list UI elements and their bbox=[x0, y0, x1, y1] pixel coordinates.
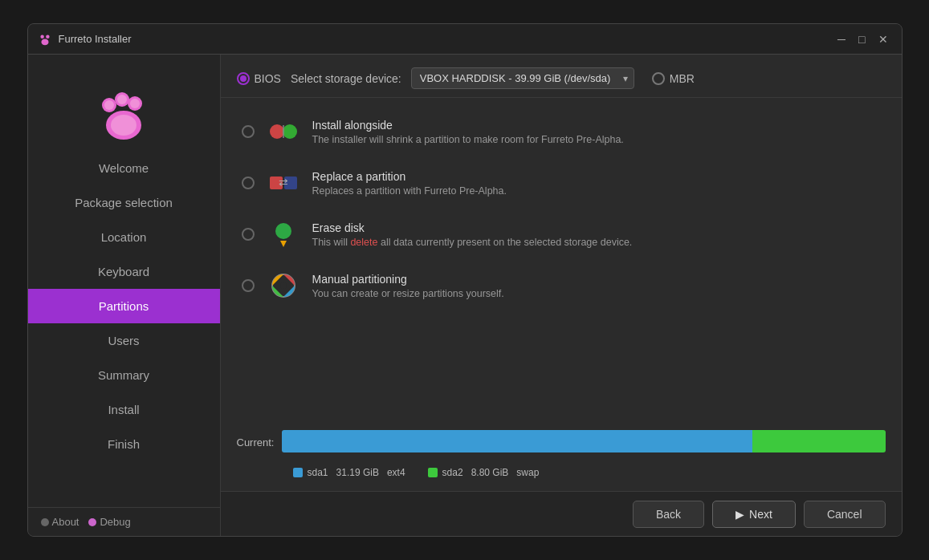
disk-bar-sda2 bbox=[752, 430, 885, 452]
replace-partition-text: Replace a partition Replaces a partition… bbox=[312, 170, 881, 197]
content-area: BIOS Select storage device: VBOX HARDDIS… bbox=[221, 55, 902, 536]
titlebar-controls: ─ □ ✕ bbox=[833, 31, 891, 47]
sda2-dot bbox=[428, 468, 438, 477]
next-label: Next bbox=[749, 508, 772, 521]
svg-point-1 bbox=[46, 34, 50, 39]
sda1-size: 31.19 GiB bbox=[336, 467, 379, 478]
replace-partition-radio[interactable] bbox=[242, 177, 255, 189]
footer-bar: Back ▶ Next Cancel bbox=[221, 491, 902, 536]
about-button[interactable]: About bbox=[41, 516, 79, 528]
svg-marker-17 bbox=[280, 241, 287, 247]
sidebar-item-finish[interactable]: Finish bbox=[28, 427, 220, 461]
erase-disk-delete-word: delete bbox=[350, 237, 377, 248]
sidebar-nav: Welcome Package selection Location Keybo… bbox=[28, 151, 220, 507]
titlebar-left: Furreto Installer bbox=[38, 32, 132, 47]
legend-sda2: sda2 8.80 GiB swap bbox=[428, 467, 540, 478]
manual-partitioning-icon bbox=[266, 268, 301, 303]
sidebar-item-keyboard[interactable]: Keyboard bbox=[28, 254, 220, 289]
install-alongside-title: Install alongside bbox=[312, 119, 881, 132]
legend-sda1: sda1 31.19 GiB ext4 bbox=[293, 467, 405, 478]
sidebar-item-location[interactable]: Location bbox=[28, 220, 220, 254]
erase-disk-icon bbox=[266, 217, 301, 252]
about-dot bbox=[41, 518, 49, 526]
manual-partitioning-radio[interactable] bbox=[242, 279, 255, 292]
disk-bar-sda1 bbox=[282, 430, 752, 452]
erase-disk-text: Erase disk This will delete all data cur… bbox=[312, 221, 881, 248]
svg-point-8 bbox=[104, 100, 114, 110]
sda2-type: swap bbox=[516, 467, 539, 478]
installer-window: Furreto Installer ─ □ ✕ bbox=[27, 23, 903, 537]
sda1-dot bbox=[293, 468, 303, 477]
bios-radio-circle bbox=[237, 72, 250, 85]
erase-disk-option[interactable]: Erase disk This will delete all data cur… bbox=[237, 209, 886, 260]
replace-partition-icon: ⇄ bbox=[266, 165, 301, 201]
svg-point-12 bbox=[283, 124, 297, 139]
sda1-type: ext4 bbox=[387, 467, 405, 478]
sidebar-item-partitions[interactable]: Partitions bbox=[28, 289, 220, 323]
erase-disk-desc: This will delete all data currently pres… bbox=[312, 237, 881, 248]
svg-point-16 bbox=[275, 223, 291, 239]
sda1-name: sda1 bbox=[308, 467, 328, 478]
logo-image bbox=[92, 69, 156, 141]
install-alongside-option[interactable]: Install alongside The installer will shr… bbox=[237, 106, 886, 157]
svg-point-0 bbox=[40, 34, 44, 39]
svg-text:⇄: ⇄ bbox=[279, 176, 288, 189]
select-device-label: Select storage device: bbox=[291, 72, 401, 85]
bios-radio-group: BIOS bbox=[237, 72, 281, 85]
manual-partitioning-title: Manual partitioning bbox=[312, 273, 881, 286]
bios-label: BIOS bbox=[255, 72, 281, 85]
cancel-button[interactable]: Cancel bbox=[804, 501, 886, 528]
partition-options: Install alongside The installer will shr… bbox=[221, 98, 902, 422]
current-label: Current: bbox=[237, 436, 275, 448]
sda2-size: 8.80 GiB bbox=[471, 467, 509, 478]
main-content: Welcome Package selection Location Keybo… bbox=[28, 55, 902, 536]
svg-point-11 bbox=[270, 124, 284, 139]
titlebar: Furreto Installer ─ □ ✕ bbox=[28, 24, 902, 55]
erase-disk-title: Erase disk bbox=[312, 221, 881, 234]
manual-partitioning-option[interactable]: Manual partitioning You can create or re… bbox=[237, 260, 886, 311]
storage-device-select[interactable]: VBOX HARDDISK - 39.99 GiB (/dev/sda) bbox=[411, 67, 634, 89]
svg-point-9 bbox=[117, 95, 127, 104]
sda2-name: sda2 bbox=[442, 467, 463, 478]
maximize-button[interactable]: □ bbox=[854, 31, 869, 47]
app-icon bbox=[38, 32, 52, 47]
install-alongside-radio[interactable] bbox=[242, 125, 255, 138]
debug-button[interactable]: Debug bbox=[88, 516, 130, 528]
minimize-button[interactable]: ─ bbox=[833, 31, 850, 47]
sidebar-logo bbox=[28, 55, 220, 151]
close-button[interactable]: ✕ bbox=[874, 31, 892, 47]
sidebar-item-summary[interactable]: Summary bbox=[28, 358, 220, 392]
window-title: Furreto Installer bbox=[59, 33, 132, 45]
install-alongside-desc: The installer will shrink a partition to… bbox=[312, 134, 881, 145]
disk-bar bbox=[282, 430, 885, 452]
install-alongside-text: Install alongside The installer will shr… bbox=[312, 119, 881, 145]
sidebar-bottom: About Debug bbox=[28, 507, 220, 536]
sidebar-item-users[interactable]: Users bbox=[28, 323, 220, 358]
disk-legend: sda1 31.19 GiB ext4 sda2 8.80 GiB swap bbox=[293, 467, 886, 478]
replace-partition-desc: Replaces a partition with Furreto Pre-Al… bbox=[312, 185, 881, 197]
install-alongside-icon bbox=[266, 114, 301, 149]
back-button[interactable]: Back bbox=[633, 501, 704, 528]
svg-point-4 bbox=[111, 115, 136, 136]
manual-partitioning-text: Manual partitioning You can create or re… bbox=[312, 273, 881, 299]
mbr-radio-circle bbox=[652, 72, 665, 85]
mbr-radio-label[interactable]: MBR bbox=[652, 72, 695, 85]
sidebar-item-install[interactable]: Install bbox=[28, 392, 220, 427]
erase-disk-radio[interactable] bbox=[242, 228, 255, 241]
sidebar-item-welcome[interactable]: Welcome bbox=[28, 151, 220, 185]
content-top-bar: BIOS Select storage device: VBOX HARDDIS… bbox=[221, 55, 902, 98]
svg-point-19 bbox=[280, 282, 287, 289]
manual-partitioning-desc: You can create or resize partitions your… bbox=[312, 288, 881, 299]
next-arrow-icon: ▶ bbox=[735, 508, 744, 521]
sidebar-item-package-selection[interactable]: Package selection bbox=[28, 185, 220, 220]
replace-partition-title: Replace a partition bbox=[312, 170, 881, 183]
device-select-wrapper: VBOX HARDDISK - 39.99 GiB (/dev/sda) bbox=[411, 67, 634, 89]
next-button[interactable]: ▶ Next bbox=[712, 501, 796, 528]
replace-partition-option[interactable]: ⇄ Replace a partition Replaces a partiti… bbox=[237, 157, 886, 209]
disk-visual-area: Current: sda1 31.19 GiB ext4 bbox=[221, 422, 902, 491]
svg-point-10 bbox=[130, 99, 140, 108]
mbr-label: MBR bbox=[670, 72, 695, 85]
debug-dot bbox=[88, 518, 96, 526]
bios-radio-label[interactable]: BIOS bbox=[237, 72, 281, 85]
sidebar: Welcome Package selection Location Keybo… bbox=[28, 55, 221, 536]
